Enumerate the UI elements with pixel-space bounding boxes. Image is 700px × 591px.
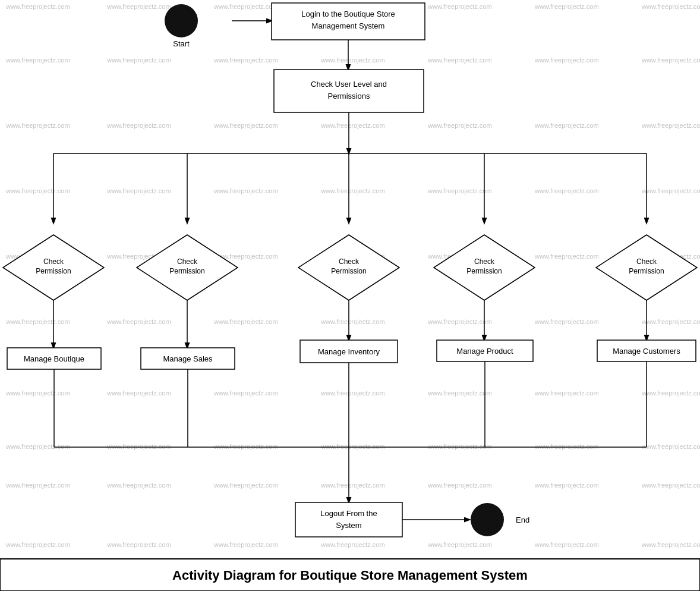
manage-sales-label: Manage Sales <box>163 354 213 363</box>
svg-text:www.freeprojectz.com: www.freeprojectz.com <box>5 318 70 325</box>
svg-text:www.freeprojectz.com: www.freeprojectz.com <box>5 187 70 194</box>
svg-text:www.freeprojectz.com: www.freeprojectz.com <box>534 122 599 129</box>
svg-text:www.freeprojectz.com: www.freeprojectz.com <box>106 56 171 64</box>
logout-line1: Logout From the <box>320 509 377 518</box>
svg-text:www.freeprojectz.com: www.freeprojectz.com <box>213 122 278 129</box>
svg-text:www.freeprojectz.com: www.freeprojectz.com <box>320 443 385 450</box>
svg-text:www.freeprojectz.com: www.freeprojectz.com <box>213 318 278 325</box>
diamond4-line2: Permission <box>466 267 502 275</box>
svg-text:www.freeprojectz.com: www.freeprojectz.com <box>641 482 700 489</box>
svg-text:www.freeprojectz.com: www.freeprojectz.com <box>106 318 171 325</box>
diamond1-line1: Check <box>43 257 64 266</box>
diagram-svg: www.freeprojectz.com www.freeprojectz.co… <box>0 0 700 591</box>
manage-customers-label: Manage Customers <box>613 347 680 356</box>
svg-text:www.freeprojectz.com: www.freeprojectz.com <box>106 122 171 129</box>
end-circle <box>471 503 504 536</box>
svg-text:www.freeprojectz.com: www.freeprojectz.com <box>534 443 599 450</box>
svg-text:www.freeprojectz.com: www.freeprojectz.com <box>5 389 70 397</box>
manage-product-label: Manage Product <box>456 347 513 356</box>
svg-text:www.freeprojectz.com: www.freeprojectz.com <box>427 122 492 129</box>
diagram-title: Activity Diagram for Boutique Store Mana… <box>172 568 528 583</box>
svg-text:www.freeprojectz.com: www.freeprojectz.com <box>106 3 171 10</box>
svg-text:www.freeprojectz.com: www.freeprojectz.com <box>320 318 385 325</box>
diamond5-line1: Check <box>636 257 657 266</box>
svg-text:www.freeprojectz.com: www.freeprojectz.com <box>534 318 599 325</box>
svg-text:www.freeprojectz.com: www.freeprojectz.com <box>320 482 385 489</box>
svg-text:www.freeprojectz.com: www.freeprojectz.com <box>641 389 700 397</box>
svg-text:www.freeprojectz.com: www.freeprojectz.com <box>5 541 70 548</box>
check-user-line1: Check User Level and <box>311 80 387 89</box>
svg-text:www.freeprojectz.com: www.freeprojectz.com <box>106 482 171 489</box>
svg-text:www.freeprojectz.com: www.freeprojectz.com <box>213 3 278 10</box>
manage-boutique-label: Manage Boutique <box>24 354 84 363</box>
svg-text:www.freeprojectz.com: www.freeprojectz.com <box>534 3 599 10</box>
diamond3-line2: Permission <box>331 267 366 275</box>
diamond5-line2: Permission <box>629 267 664 275</box>
svg-text:www.freeprojectz.com: www.freeprojectz.com <box>641 122 700 129</box>
svg-text:www.freeprojectz.com: www.freeprojectz.com <box>427 318 492 325</box>
manage-inventory-label: Manage Inventory <box>318 347 380 356</box>
svg-text:www.freeprojectz.com: www.freeprojectz.com <box>5 482 70 489</box>
svg-text:www.freeprojectz.com: www.freeprojectz.com <box>534 541 599 548</box>
svg-text:www.freeprojectz.com: www.freeprojectz.com <box>534 389 599 397</box>
logout-line2: System <box>336 521 361 530</box>
diamond4-line1: Check <box>474 257 495 266</box>
svg-text:www.freeprojectz.com: www.freeprojectz.com <box>5 56 70 64</box>
svg-text:www.freeprojectz.com: www.freeprojectz.com <box>106 541 171 548</box>
svg-text:www.freeprojectz.com: www.freeprojectz.com <box>213 56 278 64</box>
svg-text:www.freeprojectz.com: www.freeprojectz.com <box>641 443 700 450</box>
diamond2-line2: Permission <box>169 267 204 275</box>
svg-text:www.freeprojectz.com: www.freeprojectz.com <box>106 443 171 450</box>
check-user-level-box <box>274 70 424 112</box>
svg-text:www.freeprojectz.com: www.freeprojectz.com <box>5 122 70 129</box>
login-text-line1: Login to the Boutique Store <box>301 10 395 18</box>
svg-text:www.freeprojectz.com: www.freeprojectz.com <box>427 56 492 64</box>
start-circle <box>165 4 198 37</box>
end-label: End <box>516 515 529 524</box>
svg-text:www.freeprojectz.com: www.freeprojectz.com <box>427 443 492 450</box>
svg-text:www.freeprojectz.com: www.freeprojectz.com <box>106 389 171 397</box>
login-text-line2: Management System <box>312 21 385 30</box>
svg-text:www.freeprojectz.com: www.freeprojectz.com <box>641 187 700 194</box>
svg-text:www.freeprojectz.com: www.freeprojectz.com <box>106 187 171 194</box>
svg-text:www.freeprojectz.com: www.freeprojectz.com <box>213 482 278 489</box>
svg-text:www.freeprojectz.com: www.freeprojectz.com <box>534 482 599 489</box>
svg-text:www.freeprojectz.com: www.freeprojectz.com <box>213 443 278 450</box>
svg-text:www.freeprojectz.com: www.freeprojectz.com <box>427 187 492 194</box>
svg-text:www.freeprojectz.com: www.freeprojectz.com <box>534 253 599 260</box>
diamond2-line1: Check <box>177 257 198 266</box>
svg-text:www.freeprojectz.com: www.freeprojectz.com <box>5 3 70 10</box>
svg-text:www.freeprojectz.com: www.freeprojectz.com <box>427 482 492 489</box>
svg-text:www.freeprojectz.com: www.freeprojectz.com <box>641 541 700 548</box>
svg-text:www.freeprojectz.com: www.freeprojectz.com <box>427 541 492 548</box>
svg-text:www.freeprojectz.com: www.freeprojectz.com <box>320 187 385 194</box>
svg-text:www.freeprojectz.com: www.freeprojectz.com <box>213 541 278 548</box>
svg-text:www.freeprojectz.com: www.freeprojectz.com <box>534 187 599 194</box>
svg-text:www.freeprojectz.com: www.freeprojectz.com <box>534 56 599 64</box>
svg-text:www.freeprojectz.com: www.freeprojectz.com <box>427 3 492 10</box>
svg-text:www.freeprojectz.com: www.freeprojectz.com <box>641 3 700 10</box>
svg-text:www.freeprojectz.com: www.freeprojectz.com <box>427 389 492 397</box>
diamond1-line2: Permission <box>36 267 71 275</box>
svg-text:www.freeprojectz.com: www.freeprojectz.com <box>641 318 700 325</box>
svg-text:www.freeprojectz.com: www.freeprojectz.com <box>320 122 385 129</box>
check-user-line2: Permissions <box>328 92 370 100</box>
svg-text:www.freeprojectz.com: www.freeprojectz.com <box>5 443 70 450</box>
start-label: Start <box>173 39 190 48</box>
svg-text:www.freeprojectz.com: www.freeprojectz.com <box>213 389 278 397</box>
svg-text:www.freeprojectz.com: www.freeprojectz.com <box>320 56 385 64</box>
svg-text:www.freeprojectz.com: www.freeprojectz.com <box>641 56 700 64</box>
svg-text:www.freeprojectz.com: www.freeprojectz.com <box>320 541 385 548</box>
svg-text:www.freeprojectz.com: www.freeprojectz.com <box>320 389 385 397</box>
logout-box <box>295 502 402 537</box>
svg-text:www.freeprojectz.com: www.freeprojectz.com <box>213 187 278 194</box>
diamond3-line1: Check <box>339 257 360 266</box>
